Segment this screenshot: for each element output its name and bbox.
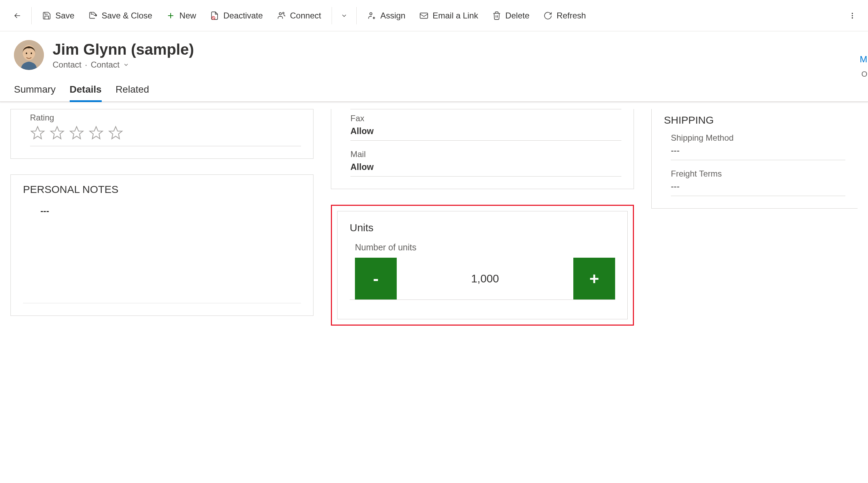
deactivate-button[interactable]: Deactivate [203,5,270,26]
units-stepper: - 1,000 + [350,258,615,300]
mail-label: Mail [350,149,621,159]
rating-card: Rating [10,109,313,159]
tab-summary[interactable]: Summary [14,84,56,101]
separator [356,7,357,24]
separator [332,7,332,24]
connect-dropdown[interactable] [335,5,353,26]
freight-terms-label: Freight Terms [671,169,845,179]
svg-point-5 [852,13,853,14]
cut-off-label-2: O [861,70,867,79]
star-icon[interactable] [108,125,123,141]
connect-label: Connect [290,11,321,21]
separator [31,7,32,24]
form-name[interactable]: Contact [91,60,119,70]
assign-label: Assign [380,11,405,21]
email-link-label: Email a Link [433,11,478,21]
svg-point-2 [282,12,284,14]
command-bar: Save Save & Close New Deactivate [0,0,868,31]
star-icon[interactable] [49,125,65,141]
refresh-label: Refresh [557,11,586,21]
personal-notes-title: PERSONAL NOTES [23,184,301,195]
tab-related[interactable]: Related [116,84,149,101]
email-icon [419,11,428,20]
deactivate-label: Deactivate [223,11,263,21]
units-title: Units [350,222,615,234]
star-icon[interactable] [30,125,45,141]
fax-value[interactable]: Allow [350,126,621,141]
email-link-button[interactable]: Email a Link [412,5,485,26]
save-close-icon [88,11,98,20]
deactivate-icon [210,11,219,20]
increment-button[interactable]: + [573,258,615,299]
shipping-card: SHIPPING Shipping Method --- Freight Ter… [651,109,858,209]
save-button[interactable]: Save [35,5,82,26]
record-title: Jim Glynn (sample) [53,41,194,58]
arrow-left-icon [13,11,22,20]
column-3: SHIPPING Shipping Method --- Freight Ter… [651,109,858,326]
chevron-down-icon [341,12,348,19]
tabs: Summary Details Related [0,73,868,102]
plus-icon [166,11,175,20]
star-icon[interactable] [88,125,104,141]
units-value[interactable]: 1,000 [397,272,573,285]
save-icon [42,11,51,20]
avatar-image [14,40,44,70]
chevron-down-icon[interactable] [123,62,129,68]
svg-rect-4 [420,13,428,18]
connect-button[interactable]: Connect [270,5,328,26]
delete-label: Delete [505,11,529,21]
record-subtitle: Contact · Contact [53,60,194,70]
new-button[interactable]: New [159,5,203,26]
refresh-icon [543,11,552,20]
svg-point-3 [370,13,372,15]
rating-label: Rating [30,113,301,123]
more-commands-button[interactable] [844,5,861,26]
entity-name: Contact [53,60,82,70]
svg-point-6 [852,15,853,16]
record-header: Jim Glynn (sample) Contact · Contact [0,31,868,73]
svg-point-11 [26,53,27,54]
cut-off-label: M [860,54,867,65]
svg-point-1 [279,13,281,15]
decrement-button[interactable]: - [355,258,397,299]
svg-point-12 [31,53,32,54]
more-vertical-icon [848,12,856,20]
save-close-label: Save & Close [102,11,152,21]
mail-value[interactable]: Allow [350,162,621,177]
column-2: Fax Allow Mail Allow Units Number of uni… [331,109,634,326]
shipping-method-label: Shipping Method [671,133,845,143]
svg-point-7 [852,17,853,18]
units-card: Units Number of units - 1,000 + [337,211,628,319]
star-icon[interactable] [69,125,84,141]
freight-terms-value[interactable]: --- [671,181,845,196]
units-label: Number of units [350,242,615,252]
column-1: Rating PERSONAL NOTES --- [10,109,313,326]
units-highlight: Units Number of units - 1,000 + [331,205,634,326]
assign-icon [367,11,376,20]
connect-icon [277,11,286,20]
delete-button[interactable]: Delete [485,5,536,26]
content: Rating PERSONAL NOTES --- Fax [0,102,868,333]
new-label: New [179,11,196,21]
back-button[interactable] [7,5,28,26]
avatar [14,40,44,70]
assign-button[interactable]: Assign [360,5,412,26]
save-label: Save [55,11,75,21]
trash-icon [492,11,501,20]
fax-label: Fax [350,114,621,123]
personal-notes-value[interactable]: --- [23,202,301,303]
rating-stars[interactable] [30,125,301,146]
refresh-button[interactable]: Refresh [536,5,593,26]
personal-notes-card: PERSONAL NOTES --- [10,174,313,316]
tab-details[interactable]: Details [70,84,102,101]
contact-pref-card: Fax Allow Mail Allow [331,109,634,189]
shipping-title: SHIPPING [664,114,845,126]
save-close-button[interactable]: Save & Close [82,5,159,26]
shipping-method-value[interactable]: --- [671,146,845,160]
